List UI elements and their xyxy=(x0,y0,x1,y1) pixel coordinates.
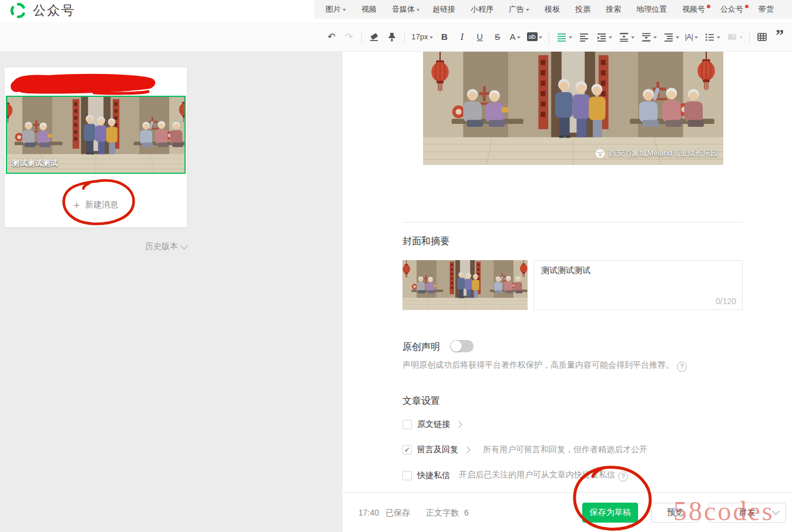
redaction-scribble-annotation xyxy=(6,70,161,96)
block-indent-button[interactable] xyxy=(663,28,679,46)
font-size-select[interactable]: 17px xyxy=(411,28,432,46)
undo-button[interactable]: ↶ xyxy=(325,28,337,46)
image-watermark: 西安万象城Meland儿童成长乐园 xyxy=(595,148,718,159)
chevron-down-icon xyxy=(739,36,743,39)
help-icon[interactable]: ? xyxy=(677,362,687,372)
article-body-image[interactable]: 西安万象城Meland儿童成长乐园 xyxy=(423,52,723,165)
setting-row-original-link: 原文链接 xyxy=(402,419,461,430)
article-settings-heading: 文章设置 xyxy=(402,395,440,408)
menu-item-image[interactable]: 图片 xyxy=(318,4,354,15)
menu-item-search[interactable]: 搜索 xyxy=(598,4,629,15)
save-draft-button[interactable]: 保存为草稿 xyxy=(582,503,638,523)
toggle-knob xyxy=(451,341,462,352)
menu-item-goods[interactable]: 带货 xyxy=(751,4,781,15)
menu-item-official-account[interactable]: 公众号 xyxy=(713,4,751,15)
italic-button[interactable]: I xyxy=(457,28,468,46)
preview-button[interactable]: 预览 xyxy=(651,503,699,523)
image-watermark-text: 西安万象城Meland儿童成长乐园 xyxy=(609,148,718,159)
space-before-button[interactable] xyxy=(618,28,635,46)
chevron-down-icon xyxy=(517,36,521,39)
chevron-right-icon[interactable] xyxy=(455,421,462,427)
quick-dm-checkbox[interactable] xyxy=(402,471,412,480)
toolbar-divider xyxy=(549,31,549,43)
save-status: 17:40 已保存 正文字数 6 xyxy=(358,508,469,518)
menu-item-channels[interactable]: 视频号 xyxy=(674,4,713,15)
article-list-sidebar: 测试测试测试 + 新建消息 历史版本 xyxy=(0,52,343,532)
clear-format-button[interactable] xyxy=(368,28,380,46)
bullet-list-icon xyxy=(704,31,716,43)
menu-item-hyperlink[interactable]: 超链接 xyxy=(425,4,463,15)
font-color-button[interactable]: A xyxy=(509,28,521,46)
broadcast-label: 群发 xyxy=(739,507,756,518)
brand-title: 公众号 xyxy=(33,2,75,19)
highlight-color-button[interactable]: ab xyxy=(527,28,542,46)
insert-menu-group-media: 图片 视频 音媒体 xyxy=(314,0,420,19)
comments-checkbox[interactable]: ✓ xyxy=(402,445,412,454)
eraser-icon xyxy=(368,31,380,43)
cover-image[interactable] xyxy=(402,260,528,310)
format-painter-button[interactable] xyxy=(386,28,398,46)
original-link-label[interactable]: 原文链接 xyxy=(417,419,450,430)
wechat-mp-logo-icon xyxy=(9,2,27,19)
history-versions-link[interactable]: 历史版本 xyxy=(5,241,187,252)
notification-dot xyxy=(745,5,749,8)
broadcast-button[interactable]: 群发 xyxy=(709,503,786,523)
menu-item-location[interactable]: 地理位置 xyxy=(629,4,674,15)
underline-button[interactable]: U xyxy=(474,28,486,46)
chevron-right-icon[interactable] xyxy=(464,446,470,453)
help-icon[interactable]: ? xyxy=(618,472,628,482)
menu-item-vote[interactable]: 投票 xyxy=(568,4,598,15)
comments-desc: 所有用户可留言和回复，但作者精选后才公开 xyxy=(483,445,647,455)
new-message-button[interactable]: + 新建消息 xyxy=(5,192,187,218)
quick-dm-label[interactable]: 快捷私信 xyxy=(417,470,450,481)
chevron-down-icon xyxy=(429,36,433,39)
original-declaration-desc: 声明原创成功后将获得平台著作权保护，高质量内容可能会得到平台推荐。? xyxy=(402,360,687,372)
original-declaration-toggle[interactable] xyxy=(450,340,474,352)
blockquote-button[interactable]: ” xyxy=(774,28,786,46)
image-position-icon xyxy=(726,31,738,43)
article-thumbnail-selected[interactable]: 测试测试测试 xyxy=(6,96,186,174)
setting-row-quick-dm: 快捷私信 开启后已关注的用户可从文章内快捷发私信? xyxy=(402,470,628,482)
original-link-checkbox[interactable] xyxy=(402,420,412,429)
summary-input[interactable]: 测试测试测试 0/120 xyxy=(533,260,743,310)
cover-image-preview xyxy=(402,260,528,310)
indent-button[interactable] xyxy=(596,28,612,46)
menu-item-miniprogram[interactable]: 小程序 xyxy=(463,4,501,15)
quick-dm-desc: 开启后已关注的用户可从文章内快捷发私信? xyxy=(459,470,628,482)
align-left-icon xyxy=(578,31,590,43)
line-height-button[interactable] xyxy=(640,28,657,46)
chevron-down-icon xyxy=(343,9,346,11)
chevron-down-icon[interactable] xyxy=(772,507,780,515)
chevron-down-icon xyxy=(180,242,188,250)
menu-item-ad[interactable]: 广告 xyxy=(501,4,537,15)
wordcount-label: 正文字数 xyxy=(426,508,459,518)
article-card: 测试测试测试 + 新建消息 xyxy=(5,68,187,227)
saved-label: 已保存 xyxy=(385,508,410,518)
chevron-down-icon xyxy=(539,36,542,39)
justify-button[interactable] xyxy=(556,28,572,46)
letter-spacing-button[interactable]: |A| xyxy=(685,28,698,46)
watermark-logo-icon xyxy=(595,149,605,159)
chevron-down-icon xyxy=(717,36,720,39)
chevron-down-icon xyxy=(526,9,529,11)
menu-item-video[interactable]: 视频 xyxy=(354,4,384,15)
comments-label[interactable]: 留言及回复 xyxy=(417,445,458,455)
brand: 公众号 xyxy=(9,2,75,19)
bold-button[interactable]: B xyxy=(439,28,451,46)
thumbnail-title: 测试测试测试 xyxy=(12,158,58,169)
image-position-button[interactable] xyxy=(726,28,743,46)
list-button[interactable] xyxy=(704,28,720,46)
original-declaration-heading: 原创声明 xyxy=(402,341,440,353)
redo-button[interactable]: ↷ xyxy=(343,28,355,46)
strikethrough-button[interactable]: S xyxy=(492,28,504,46)
menu-item-template[interactable]: 模板 xyxy=(537,4,568,15)
plus-icon: + xyxy=(73,200,80,211)
chevron-down-icon xyxy=(694,36,698,39)
align-left-button[interactable] xyxy=(578,28,590,46)
justify-icon xyxy=(556,31,568,43)
section-divider xyxy=(402,222,743,223)
editor-footer-bar: 17:40 已保存 正文字数 6 保存为草稿 预览 群发 xyxy=(343,492,792,532)
insert-table-button[interactable] xyxy=(756,28,768,46)
indent-icon xyxy=(596,31,608,43)
top-header: 公众号 图片 视频 音媒体 超链接 小程序 广告 模板 投票 搜索 地理位置 视… xyxy=(0,0,792,22)
